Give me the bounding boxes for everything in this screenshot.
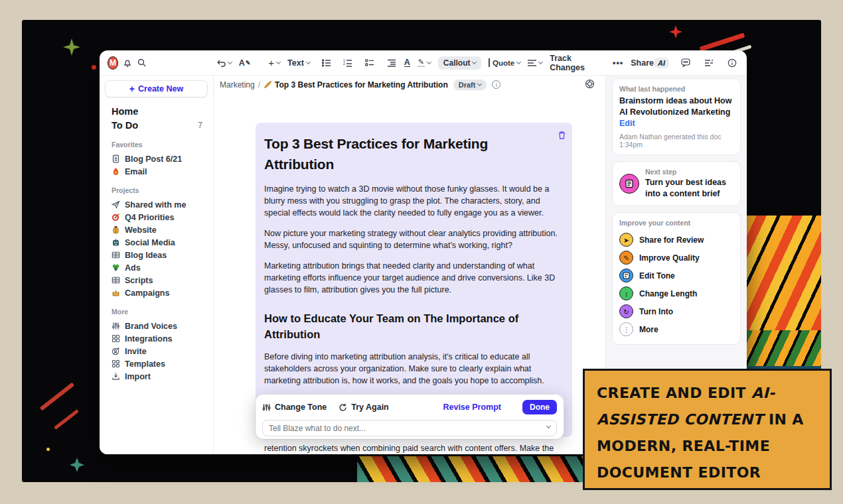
bullet-list-icon[interactable] bbox=[321, 56, 332, 70]
doc-paragraph[interactable]: Now picture your marketing strategy with… bbox=[264, 227, 564, 251]
quote-button[interactable]: Quote bbox=[489, 58, 520, 67]
sidebar-item-shared-with-me[interactable]: Shared with me bbox=[112, 198, 206, 211]
text-caret-icon bbox=[489, 58, 490, 67]
plus-icon: + bbox=[129, 84, 135, 94]
change-length-button[interactable]: ↕ Change Length bbox=[619, 284, 733, 302]
invite-person-icon bbox=[112, 347, 120, 355]
last-happened-title: Brainstorm ideas about How AI Revolution… bbox=[619, 96, 731, 117]
comic-star bbox=[63, 38, 80, 56]
sidebar-item-q4-priorities[interactable]: Q4 Priorities bbox=[112, 211, 206, 223]
chevron-down-icon bbox=[276, 60, 281, 64]
improve-quality-button[interactable]: ✎ Improve Quality bbox=[619, 249, 733, 267]
doc-paragraph[interactable]: Imagine trying to watch a 3D movie witho… bbox=[264, 183, 564, 219]
crown-icon bbox=[112, 288, 120, 297]
card-label: What last happened bbox=[619, 85, 733, 93]
clover-icon bbox=[112, 263, 120, 272]
section-label-more: More bbox=[112, 308, 206, 316]
pen-icon: ✎ bbox=[619, 251, 633, 265]
sidebar-item-ads[interactable]: Ads bbox=[112, 261, 206, 274]
next-step-card[interactable]: Next step Turn your best ideas into a co… bbox=[612, 161, 741, 206]
sidebar-item-blog-post[interactable]: Blog Post 6/21 bbox=[112, 153, 206, 165]
indent-list-icon[interactable] bbox=[386, 56, 397, 70]
sidebar-item-home[interactable]: Home bbox=[112, 104, 206, 118]
comic-streaks-green bbox=[745, 330, 821, 369]
document-canvas[interactable]: Top 3 Best Practices for Marketing Attri… bbox=[214, 94, 605, 454]
edit-tone-button[interactable]: Edit Tone bbox=[619, 267, 733, 284]
track-changes-button[interactable]: Track Changes bbox=[550, 54, 596, 72]
sidebar-item-templates[interactable]: Templates bbox=[112, 357, 206, 370]
edit-link[interactable]: Edit bbox=[619, 119, 635, 128]
breadcrumb-folder[interactable]: Marketing bbox=[220, 80, 255, 90]
draft-status-badge[interactable]: Draft bbox=[453, 80, 487, 90]
more-actions-button[interactable]: ⋮ More bbox=[619, 320, 733, 338]
import-icon bbox=[112, 372, 120, 381]
numbered-list-icon[interactable]: 12 bbox=[343, 56, 354, 70]
more-options-icon[interactable]: ••• bbox=[613, 58, 623, 68]
doc-paragraph[interactable]: Marketing attribution brings that needed… bbox=[264, 260, 564, 296]
share-for-review-button[interactable]: ➤ Share for Review bbox=[619, 231, 733, 249]
sidebar-item-integrations[interactable]: Integrations bbox=[112, 332, 206, 345]
highlighter-button[interactable]: ✎ bbox=[418, 58, 431, 68]
top-toolbar: M A✎ + Text 12 bbox=[100, 50, 747, 76]
try-again-button[interactable]: Try Again bbox=[339, 403, 389, 412]
comments-icon[interactable] bbox=[679, 56, 692, 70]
trash-icon[interactable] bbox=[558, 131, 566, 143]
callout-button[interactable]: Callout bbox=[438, 56, 482, 70]
ai-prompt-input[interactable] bbox=[262, 420, 557, 436]
ai-assistant-button[interactable]: AI bbox=[654, 58, 669, 68]
table-icon bbox=[112, 251, 120, 259]
underline-button[interactable]: A bbox=[404, 58, 410, 67]
create-new-button[interactable]: + Create New bbox=[105, 80, 208, 97]
sidebar-item-scripts[interactable]: Scripts bbox=[112, 274, 206, 286]
undo-button[interactable] bbox=[216, 59, 232, 67]
breadcrumb-doc-title[interactable]: Top 3 Best Practices for Marketing Attri… bbox=[275, 80, 448, 90]
chevron-down-icon bbox=[306, 60, 311, 64]
content-brief-icon bbox=[619, 174, 639, 194]
done-button[interactable]: Done bbox=[522, 400, 557, 414]
align-button[interactable] bbox=[528, 60, 542, 66]
sidebar-item-email[interactable]: Email bbox=[112, 165, 206, 178]
sidebar-item-website[interactable]: Website bbox=[112, 223, 206, 236]
turn-into-button[interactable]: ↻ Turn Into bbox=[619, 302, 733, 320]
doc-paragraph[interactable]: Before diving into marketing attribution… bbox=[264, 351, 564, 387]
style-brush-button[interactable]: A✎ bbox=[239, 58, 251, 68]
change-tone-button[interactable]: Change Tone bbox=[262, 403, 327, 412]
sidebar-item-social-media[interactable]: Social Media bbox=[112, 236, 206, 249]
sidebar-item-import[interactable]: Import bbox=[112, 370, 206, 383]
workspace-logo[interactable]: M bbox=[108, 56, 118, 70]
share-button[interactable]: Share bbox=[631, 58, 654, 68]
sidebar-item-blog-ideas[interactable]: Blog Ideas bbox=[112, 249, 206, 261]
chevron-down-icon bbox=[538, 60, 543, 64]
section-label-favorites: Favorites bbox=[112, 141, 206, 149]
sidebar-item-brand-voices[interactable]: Brand Voices bbox=[112, 320, 206, 332]
bell-icon[interactable] bbox=[122, 56, 133, 70]
stamp-icon[interactable] bbox=[585, 79, 595, 91]
tone-icon bbox=[619, 269, 633, 283]
sidebar: + Create New Home To Do7 Favorites Blog … bbox=[100, 76, 214, 454]
chevron-down-icon bbox=[427, 60, 431, 64]
search-icon[interactable] bbox=[137, 56, 147, 70]
comic-caption-box: CREATE AND EDIT AI-ASSISTED CONTENT IN A… bbox=[583, 369, 832, 490]
comic-slash bbox=[40, 383, 75, 411]
ai-action-bar: Change Tone Try Again Revise Prompt Done bbox=[256, 395, 564, 439]
checklist-icon[interactable] bbox=[364, 56, 375, 70]
chevron-down-icon bbox=[228, 60, 232, 64]
doc-heading-2[interactable]: How to Educate Your Team on The Importan… bbox=[264, 310, 550, 342]
chevron-down-icon bbox=[472, 60, 477, 64]
todo-count-badge: 7 bbox=[198, 121, 202, 130]
comic-star bbox=[70, 458, 84, 472]
lantern-icon bbox=[112, 225, 120, 234]
doc-paragraph[interactable]: retention skyrockets when combining paid… bbox=[264, 444, 570, 454]
sidebar-item-invite[interactable]: Invite bbox=[112, 345, 206, 357]
outline-list-icon[interactable] bbox=[702, 56, 716, 70]
info-icon[interactable] bbox=[726, 56, 739, 70]
doc-info-icon[interactable]: i bbox=[492, 80, 500, 89]
revise-prompt-button[interactable]: Revise Prompt bbox=[443, 403, 501, 412]
sidebar-item-todo[interactable]: To Do7 bbox=[112, 118, 206, 132]
insert-block-button[interactable]: + bbox=[268, 57, 280, 68]
text-style-dropdown[interactable]: Text bbox=[287, 58, 310, 68]
sidebar-item-campaigns[interactable]: Campaigns bbox=[112, 286, 206, 299]
ai-generated-selection[interactable]: Top 3 Best Practices for Marketing Attri… bbox=[256, 123, 572, 437]
chevron-down-icon bbox=[477, 82, 482, 86]
doc-title[interactable]: Top 3 Best Practices for Marketing Attri… bbox=[264, 133, 543, 174]
